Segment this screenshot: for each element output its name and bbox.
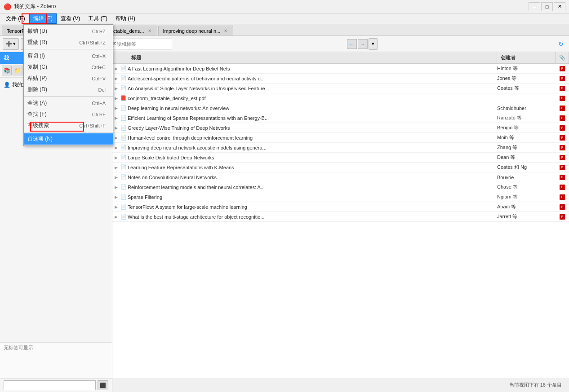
row-icon: 📄 bbox=[120, 164, 128, 170]
pdf-attach-icon: P bbox=[560, 165, 565, 170]
pdf-attach-icon: P bbox=[560, 145, 565, 150]
sync-button[interactable]: ↻ bbox=[556, 38, 566, 50]
maximize-button[interactable]: □ bbox=[541, 2, 553, 11]
table-row[interactable]: ▶ 📄 Human-level control through deep rei… bbox=[112, 133, 569, 143]
menu-copy[interactable]: 复制 (C) Ctrl+C bbox=[24, 62, 113, 73]
column-headers: 标题 创建者 📎 bbox=[112, 52, 569, 64]
row-icon: 📄 bbox=[120, 174, 128, 180]
menu-cut[interactable]: 剪切 (I) Ctrl+X bbox=[24, 50, 113, 62]
table-row[interactable]: ▶ 📄 Improving deep neural network acoust… bbox=[112, 143, 569, 153]
row-creator: Chase 等 bbox=[497, 184, 556, 190]
nav-forward-button[interactable]: → bbox=[358, 39, 368, 49]
menu-find[interactable]: 查找 (F) Ctrl+F bbox=[24, 109, 113, 120]
table-row[interactable]: ▶ 📄 What is the best multi-stage archite… bbox=[112, 212, 569, 222]
table-row[interactable]: ▶ 📄 Greedy Layer-Wise Training of Deep N… bbox=[112, 123, 569, 133]
row-creator: Schmidhuber bbox=[497, 106, 556, 111]
row-title: Sparse Filtering bbox=[128, 194, 497, 200]
menu-delete[interactable]: 删除 (D) Del bbox=[24, 84, 113, 95]
row-icon: 📄 bbox=[120, 135, 128, 141]
pdf-attach-icon: P bbox=[560, 66, 565, 71]
menu-selectall[interactable]: 全选 (A) Ctrl+A bbox=[24, 97, 113, 109]
row-icon: 📄 bbox=[120, 125, 128, 131]
sidebar-folder-icon[interactable]: 📁 bbox=[13, 66, 22, 75]
row-title: Adolescent-specific patterns of behavior… bbox=[128, 76, 497, 81]
table-row[interactable]: ▶ 📄 Learning Feature Representations wit… bbox=[112, 163, 569, 172]
row-expander: ▶ bbox=[112, 165, 120, 170]
row-icon: 📄 bbox=[120, 66, 128, 71]
row-expander: ▶ bbox=[112, 136, 120, 140]
nav-arrows: ← → ▾ bbox=[347, 38, 378, 50]
pdf-attach-icon: P bbox=[560, 204, 565, 210]
row-attachment: P bbox=[556, 175, 569, 180]
menu-tools[interactable]: 工具 (T) bbox=[84, 13, 111, 24]
new-item-button[interactable]: ➕ ▾ bbox=[3, 38, 19, 50]
menu-file[interactable]: 文件 (F) bbox=[2, 13, 29, 24]
row-icon: 📄 bbox=[120, 75, 128, 81]
table-row[interactable]: ▶ 📄 Sparse Filtering Ngiam 等 P bbox=[112, 192, 569, 202]
row-expander: ▶ bbox=[112, 76, 120, 81]
tab-label: Improving deep neural n... bbox=[163, 28, 221, 34]
table-row[interactable]: ▶ 📄 Adolescent-specific patterns of beha… bbox=[112, 74, 569, 84]
row-icon: 📄 bbox=[120, 85, 128, 91]
row-attachment: P bbox=[556, 185, 569, 190]
table-row[interactable]: ▶ 📄 Efficient Learning of Sparse Represe… bbox=[112, 113, 569, 123]
menu-help[interactable]: 帮助 (H) bbox=[111, 13, 139, 24]
table-row[interactable]: ▶ 📄 A Fast Learning Algorithm for Deep B… bbox=[112, 64, 569, 74]
table-row[interactable]: ▶ 📄 Deep learning in neural networks: An… bbox=[112, 103, 569, 113]
row-creator: Dean 等 bbox=[497, 154, 556, 161]
table-row[interactable]: ▶ 📄 An Analysis of Single-Layer Networks… bbox=[112, 84, 569, 93]
title-bar: 🔴 我的文库 - Zotero ─ □ ✕ bbox=[0, 0, 569, 13]
table-row[interactable]: ▶ 📄 Large Scale Distributed Deep Network… bbox=[112, 153, 569, 163]
col-header-title[interactable]: 标题 bbox=[128, 52, 497, 63]
separator-3 bbox=[24, 132, 113, 132]
menu-advanced-search[interactable]: 高级搜索 Ctrl+Shift+F bbox=[24, 120, 113, 131]
menu-redo[interactable]: 重做 (R) Ctrl+Shift+Z bbox=[24, 37, 113, 48]
row-expander: ▶ bbox=[112, 126, 120, 130]
tab-close-improving[interactable]: ✕ bbox=[223, 28, 228, 33]
row-title: Reinforcement learning models and their … bbox=[128, 185, 497, 190]
nav-back-button[interactable]: ← bbox=[347, 39, 357, 49]
row-creator: Bouvrie bbox=[497, 175, 556, 180]
sidebar-filter-button[interactable]: ⬛ bbox=[98, 380, 108, 390]
sidebar-search-input[interactable] bbox=[4, 380, 96, 390]
row-title: What is the best multi-stage architectur… bbox=[128, 214, 497, 220]
row-expander: ▶ bbox=[112, 96, 120, 101]
table-row[interactable]: ▶ 📄 TensorFlow: A system for large-scale… bbox=[112, 202, 569, 212]
close-button[interactable]: ✕ bbox=[554, 2, 565, 11]
row-attachment: P bbox=[556, 194, 569, 200]
menu-undo[interactable]: 撤销 (U) Ctrl+Z bbox=[24, 26, 113, 37]
table-row[interactable]: ▶ 📄 Reinforcement learning models and th… bbox=[112, 182, 569, 192]
nav-dropdown-button[interactable]: ▾ bbox=[369, 38, 378, 50]
title-bar-left: 🔴 我的文库 - Zotero bbox=[4, 3, 56, 10]
row-title: Greedy Layer-Wise Training of Deep Netwo… bbox=[128, 125, 497, 131]
row-expander: ▶ bbox=[112, 195, 120, 199]
tab-improving[interactable]: Improving deep neural n... ✕ bbox=[158, 26, 234, 35]
row-title: Notes on Convolutional Neural Networks bbox=[128, 175, 497, 180]
menu-edit[interactable]: 编辑 (E) bbox=[29, 13, 57, 24]
sidebar-library-icon[interactable]: 📚 bbox=[2, 66, 12, 75]
row-icon: 📄 bbox=[120, 145, 128, 150]
row-attachment: P bbox=[556, 204, 569, 210]
sync-icon: ↻ bbox=[558, 40, 564, 48]
nav-left-icon: ← bbox=[349, 41, 354, 47]
row-creator: Hinton 等 bbox=[497, 65, 556, 72]
menu-view[interactable]: 查看 (V) bbox=[57, 13, 84, 24]
row-creator: Jarrett 等 bbox=[497, 213, 556, 220]
row-creator: Bengio 等 bbox=[497, 124, 556, 131]
table-row[interactable]: ▶ 📕 conjnorm_tractable_density_est.pdf P bbox=[112, 93, 569, 103]
content-area: 标题 创建者 📎 ▶ 📄 A Fast Learning Algorithm f… bbox=[112, 52, 569, 392]
table-row[interactable]: ▶ 📄 Notes on Convolutional Neural Networ… bbox=[112, 172, 569, 182]
row-title: Learning Feature Representations with K-… bbox=[128, 165, 497, 170]
status-bar: 当前视图下有 16 个条目 bbox=[112, 378, 569, 392]
pdf-attach-icon: P bbox=[560, 214, 565, 220]
menu-preferences[interactable]: 首选项 (N) bbox=[24, 133, 113, 145]
row-title: An Analysis of Single-Layer Networks in … bbox=[128, 86, 497, 91]
col-header-creator[interactable]: 创建者 bbox=[497, 52, 556, 63]
tab-close-conjnorm[interactable]: ✕ bbox=[147, 28, 152, 33]
edit-dropdown: 撤销 (U) Ctrl+Z 重做 (R) Ctrl+Shift+Z 剪切 (I)… bbox=[23, 24, 113, 146]
minimize-button[interactable]: ─ bbox=[529, 2, 540, 11]
menu-paste[interactable]: 粘贴 (P) Ctrl+V bbox=[24, 73, 113, 84]
row-attachment: P bbox=[556, 125, 569, 131]
sidebar-person-icon: 👤 bbox=[4, 82, 10, 88]
pdf-attach-icon: P bbox=[560, 135, 565, 141]
